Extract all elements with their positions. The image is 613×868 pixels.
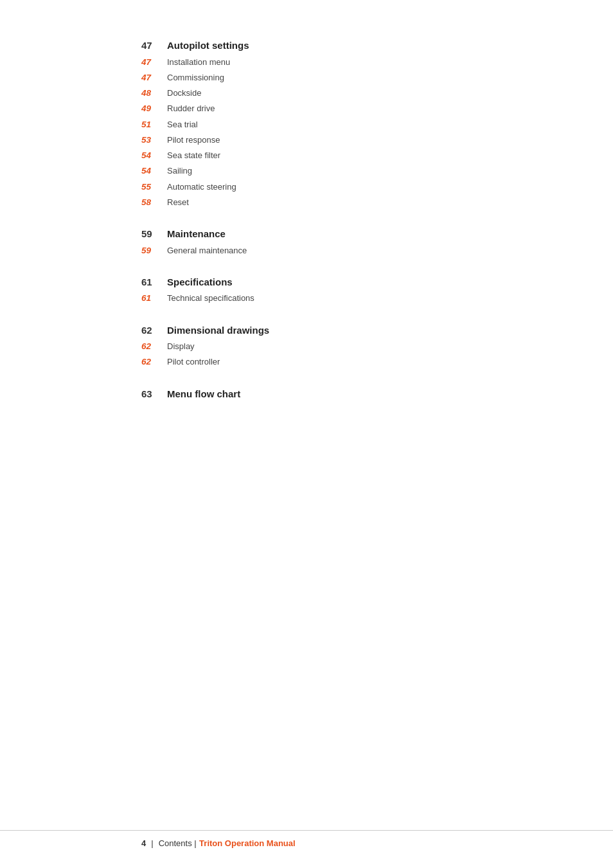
toc-heading-number: 61: [141, 275, 167, 290]
toc-section-menu-flow-chart: 63Menu flow chart: [141, 387, 562, 402]
toc-item-label: General maintenance: [167, 244, 247, 257]
toc-item-number: 54: [141, 149, 167, 162]
toc-section-specifications: 61Specifications61Technical specificatio…: [141, 275, 562, 305]
toc-item-row: 48Dockside: [141, 87, 562, 100]
toc-item-label: Reset: [167, 196, 189, 209]
toc-item-label: Rudder drive: [167, 102, 215, 115]
toc-item-number: 54: [141, 165, 167, 177]
toc-item-row: 61Technical specifications: [141, 292, 562, 305]
toc-heading-number: 62: [141, 323, 167, 338]
toc-heading-label: Menu flow chart: [167, 387, 240, 402]
toc-item-label: Installation menu: [167, 56, 230, 69]
toc-section-autopilot-settings: 47Autopilot settings47Installation menu4…: [141, 39, 562, 209]
footer-link[interactable]: Triton Operation Manual: [199, 838, 296, 848]
toc-item-number: 61: [141, 292, 167, 305]
toc-heading-row: 63Menu flow chart: [141, 387, 562, 402]
toc-section-maintenance: 59Maintenance59General maintenance: [141, 227, 562, 257]
toc-heading-label: Dimensional drawings: [167, 323, 269, 338]
toc-item-row: 59General maintenance: [141, 244, 562, 257]
toc-heading-number: 59: [141, 227, 167, 242]
toc-item-row: 62Pilot controller: [141, 356, 562, 368]
toc-heading-number: 47: [141, 39, 167, 53]
toc-item-row: 51Sea trial: [141, 118, 562, 131]
toc-heading-row: 59Maintenance: [141, 227, 562, 242]
toc-heading-row: 62Dimensional drawings: [141, 323, 562, 338]
toc-item-number: 58: [141, 196, 167, 209]
toc-item-number: 47: [141, 56, 167, 69]
toc-heading-number: 63: [141, 387, 167, 402]
toc-heading-row: 47Autopilot settings: [141, 39, 562, 53]
toc-item-row: 54Sea state filter: [141, 149, 562, 162]
toc-item-row: 47Installation menu: [141, 56, 562, 69]
toc-item-label: Display: [167, 340, 195, 353]
toc-heading-label: Autopilot settings: [167, 39, 249, 53]
toc-item-row: 62Display: [141, 340, 562, 353]
toc-item-label: Sea state filter: [167, 149, 220, 162]
footer: 4 | Contents | Triton Operation Manual: [0, 830, 613, 849]
toc-item-label: Dockside: [167, 87, 201, 100]
toc-item-label: Commissioning: [167, 71, 224, 84]
toc-heading-row: 61Specifications: [141, 275, 562, 290]
toc-item-label: Sailing: [167, 165, 192, 177]
page-container: 47Autopilot settings47Installation menu4…: [0, 0, 613, 868]
toc-heading-label: Specifications: [167, 275, 233, 290]
toc-item-number: 62: [141, 340, 167, 353]
toc-item-number: 53: [141, 134, 167, 147]
toc-item-row: 49Rudder drive: [141, 102, 562, 115]
toc-item-number: 47: [141, 71, 167, 84]
toc-item-row: 58Reset: [141, 196, 562, 209]
toc-heading-label: Maintenance: [167, 227, 226, 242]
toc-content: 47Autopilot settings47Installation menu4…: [141, 39, 562, 401]
toc-item-row: 54Sailing: [141, 165, 562, 177]
toc-item-row: 47Commissioning: [141, 71, 562, 84]
toc-item-label: Technical specifications: [167, 292, 254, 305]
toc-item-label: Automatic steering: [167, 181, 236, 194]
footer-text: Contents |: [159, 838, 197, 848]
toc-item-number: 49: [141, 102, 167, 115]
toc-item-row: 55Automatic steering: [141, 181, 562, 194]
toc-item-number: 55: [141, 181, 167, 194]
toc-item-number: 59: [141, 244, 167, 257]
toc-item-number: 48: [141, 87, 167, 100]
toc-section-dimensional-drawings: 62Dimensional drawings62Display62Pilot c…: [141, 323, 562, 369]
toc-item-row: 53Pilot response: [141, 134, 562, 147]
footer-page-number: 4: [141, 838, 146, 848]
footer-separator: |: [151, 838, 153, 848]
toc-item-label: Pilot response: [167, 134, 220, 147]
toc-item-label: Pilot controller: [167, 356, 220, 368]
toc-item-label: Sea trial: [167, 118, 198, 131]
toc-item-number: 51: [141, 118, 167, 131]
toc-item-number: 62: [141, 356, 167, 368]
